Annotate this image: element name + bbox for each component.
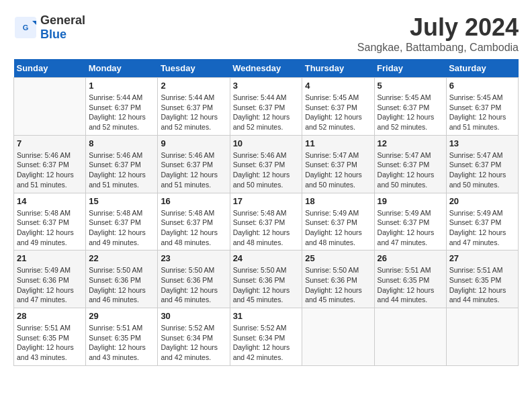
calendar-cell: 18Sunrise: 5:49 AMSunset: 6:37 PMDayligh… [302,193,374,250]
weekday-header-monday: Monday [86,59,158,78]
calendar-cell: 19Sunrise: 5:49 AMSunset: 6:37 PMDayligh… [374,193,446,250]
day-number: 7 [17,138,83,148]
weekday-header-row: SundayMondayTuesdayWednesdayThursdayFrid… [14,59,519,78]
calendar-cell: 16Sunrise: 5:48 AMSunset: 6:37 PMDayligh… [158,193,230,250]
day-info: Sunrise: 5:51 AMSunset: 6:35 PMDaylight:… [378,265,443,305]
day-number: 9 [161,138,226,148]
weekday-header-wednesday: Wednesday [230,59,302,78]
calendar-cell: 30Sunrise: 5:52 AMSunset: 6:34 PMDayligh… [158,308,230,366]
calendar-cell: 26Sunrise: 5:51 AMSunset: 6:35 PMDayligh… [374,250,446,308]
day-number: 18 [305,196,371,206]
calendar-cell: 25Sunrise: 5:50 AMSunset: 6:36 PMDayligh… [302,250,374,308]
calendar-cell: 23Sunrise: 5:50 AMSunset: 6:36 PMDayligh… [158,250,230,308]
logo-icon: G [13,15,38,40]
logo: G General Blue [13,13,85,42]
day-info: Sunrise: 5:46 AMSunset: 6:37 PMDaylight:… [89,150,154,190]
day-number: 21 [17,253,83,263]
calendar-cell: 22Sunrise: 5:50 AMSunset: 6:36 PMDayligh… [86,250,158,308]
day-number: 20 [449,196,515,206]
calendar-cell: 28Sunrise: 5:51 AMSunset: 6:35 PMDayligh… [14,308,86,366]
calendar-cell: 11Sunrise: 5:47 AMSunset: 6:37 PMDayligh… [302,135,374,193]
day-info: Sunrise: 5:45 AMSunset: 6:37 PMDaylight:… [449,93,515,132]
logo-blue: Blue [40,28,66,41]
calendar-cell: 24Sunrise: 5:50 AMSunset: 6:36 PMDayligh… [230,250,302,308]
day-number: 13 [449,138,515,148]
calendar-week-row: 28Sunrise: 5:51 AMSunset: 6:35 PMDayligh… [14,308,519,366]
calendar-cell: 10Sunrise: 5:46 AMSunset: 6:37 PMDayligh… [230,135,302,193]
calendar-cell: 21Sunrise: 5:49 AMSunset: 6:36 PMDayligh… [14,250,86,308]
calendar-cell: 1Sunrise: 5:44 AMSunset: 6:37 PMDaylight… [86,78,158,136]
day-info: Sunrise: 5:46 AMSunset: 6:37 PMDaylight:… [17,150,83,190]
calendar-table: SundayMondayTuesdayWednesdayThursdayFrid… [13,59,519,366]
day-info: Sunrise: 5:48 AMSunset: 6:37 PMDaylight:… [233,208,300,248]
calendar-cell: 13Sunrise: 5:47 AMSunset: 6:37 PMDayligh… [446,135,518,193]
day-number: 30 [161,311,226,321]
logo-text: General Blue [40,13,85,42]
day-info: Sunrise: 5:49 AMSunset: 6:37 PMDaylight:… [449,208,515,248]
calendar-cell: 9Sunrise: 5:46 AMSunset: 6:37 PMDaylight… [158,135,230,193]
day-number: 3 [233,81,300,91]
day-number: 25 [305,253,371,263]
title-area: July 2024 Sangkae, Battambang, Cambodia [357,13,519,54]
day-number: 17 [233,196,300,206]
calendar-cell: 15Sunrise: 5:48 AMSunset: 6:37 PMDayligh… [86,193,158,250]
day-info: Sunrise: 5:51 AMSunset: 6:35 PMDaylight:… [89,323,154,363]
day-number: 19 [378,196,443,206]
day-info: Sunrise: 5:47 AMSunset: 6:37 PMDaylight:… [378,150,443,190]
calendar-cell: 14Sunrise: 5:48 AMSunset: 6:37 PMDayligh… [14,193,86,250]
day-number: 8 [89,138,154,148]
calendar-cell: 29Sunrise: 5:51 AMSunset: 6:35 PMDayligh… [86,308,158,366]
day-info: Sunrise: 5:50 AMSunset: 6:36 PMDaylight:… [233,265,300,305]
day-info: Sunrise: 5:45 AMSunset: 6:37 PMDaylight:… [305,93,371,132]
calendar-cell [14,78,86,136]
day-info: Sunrise: 5:51 AMSunset: 6:35 PMDaylight:… [17,323,83,363]
day-info: Sunrise: 5:50 AMSunset: 6:36 PMDaylight:… [161,265,226,305]
day-info: Sunrise: 5:44 AMSunset: 6:37 PMDaylight:… [233,93,300,132]
day-info: Sunrise: 5:52 AMSunset: 6:34 PMDaylight:… [161,323,226,363]
calendar-week-row: 1Sunrise: 5:44 AMSunset: 6:37 PMDaylight… [14,78,519,136]
calendar-cell: 12Sunrise: 5:47 AMSunset: 6:37 PMDayligh… [374,135,446,193]
day-number: 10 [233,138,300,148]
logo-general: General [40,13,85,27]
calendar-week-row: 14Sunrise: 5:48 AMSunset: 6:37 PMDayligh… [14,193,519,250]
day-number: 12 [378,138,443,148]
day-info: Sunrise: 5:48 AMSunset: 6:37 PMDaylight:… [89,208,154,248]
day-number: 26 [378,253,443,263]
day-info: Sunrise: 5:49 AMSunset: 6:37 PMDaylight:… [305,208,371,248]
calendar-week-row: 21Sunrise: 5:49 AMSunset: 6:36 PMDayligh… [14,250,519,308]
calendar-cell: 17Sunrise: 5:48 AMSunset: 6:37 PMDayligh… [230,193,302,250]
day-number: 23 [161,253,226,263]
day-info: Sunrise: 5:48 AMSunset: 6:37 PMDaylight:… [17,208,83,248]
day-info: Sunrise: 5:48 AMSunset: 6:37 PMDaylight:… [161,208,226,248]
calendar-cell: 3Sunrise: 5:44 AMSunset: 6:37 PMDaylight… [230,78,302,136]
day-number: 29 [89,311,154,321]
header: G General Blue July 2024 Sangkae, Battam… [13,13,519,54]
calendar-cell: 6Sunrise: 5:45 AMSunset: 6:37 PMDaylight… [446,78,518,136]
calendar-cell: 7Sunrise: 5:46 AMSunset: 6:37 PMDaylight… [14,135,86,193]
day-info: Sunrise: 5:46 AMSunset: 6:37 PMDaylight:… [233,150,300,190]
day-info: Sunrise: 5:45 AMSunset: 6:37 PMDaylight:… [378,93,443,132]
location-subtitle: Sangkae, Battambang, Cambodia [357,42,519,54]
day-info: Sunrise: 5:47 AMSunset: 6:37 PMDaylight:… [449,150,515,190]
calendar-cell: 31Sunrise: 5:52 AMSunset: 6:34 PMDayligh… [230,308,302,366]
weekday-header-saturday: Saturday [446,59,518,78]
day-info: Sunrise: 5:44 AMSunset: 6:37 PMDaylight:… [161,93,226,132]
day-info: Sunrise: 5:49 AMSunset: 6:36 PMDaylight:… [17,265,83,305]
day-number: 4 [305,81,371,91]
day-number: 11 [305,138,371,148]
day-number: 28 [17,311,83,321]
weekday-header-tuesday: Tuesday [158,59,230,78]
calendar-cell: 2Sunrise: 5:44 AMSunset: 6:37 PMDaylight… [158,78,230,136]
calendar-cell: 4Sunrise: 5:45 AMSunset: 6:37 PMDaylight… [302,78,374,136]
calendar-cell [374,308,446,366]
month-title: July 2024 [357,13,519,42]
day-number: 1 [89,81,154,91]
day-number: 5 [378,81,443,91]
day-info: Sunrise: 5:50 AMSunset: 6:36 PMDaylight:… [89,265,154,305]
calendar-cell: 8Sunrise: 5:46 AMSunset: 6:37 PMDaylight… [86,135,158,193]
day-number: 15 [89,196,154,206]
day-info: Sunrise: 5:51 AMSunset: 6:35 PMDaylight:… [449,265,515,305]
weekday-header-friday: Friday [374,59,446,78]
day-number: 16 [161,196,226,206]
day-info: Sunrise: 5:52 AMSunset: 6:34 PMDaylight:… [233,323,300,363]
